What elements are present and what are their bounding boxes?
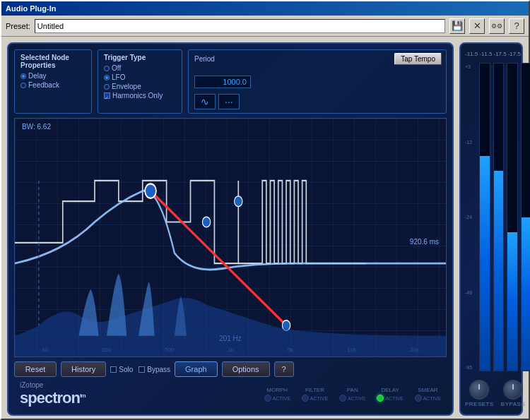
vu-fill-1 [480,156,490,371]
graph-area: BW: 6.62 201 Hz 920.6 ms 40 100 500 1k 5… [14,118,447,357]
preset-label: Preset: [6,22,30,30]
bypass-check-item[interactable]: Bypass [139,366,170,373]
solo-label: Solo [119,366,133,373]
smear-led-icon [415,395,422,402]
pan-active-label: ACTIVE [348,396,365,401]
reset-button[interactable]: Reset [14,361,57,377]
delay-fx-label: DELAY [381,387,399,393]
vu-label-1: -11.5 [465,51,478,57]
node-radio-group: Delay Feedback [20,72,86,89]
filter-label: FILTER [305,387,324,393]
main-content: Selected NodeProperties Delay Feedback [1,37,529,420]
delay-control: DELAY ACTIVE [377,387,403,402]
bypass-knob-group: BYPASS [501,380,525,407]
svg-point-1 [145,184,156,198]
toolbar: Preset: 💾 ✕ ⚙⚙ ? [1,16,529,37]
presets-knob-group: PRESETS [465,380,494,407]
delay-active-label: ACTIVE [385,396,403,401]
scale-top: +3 [465,64,478,69]
svg-point-3 [235,196,242,207]
help-plugin-button[interactable]: ? [274,361,294,377]
delay-led-icon [377,395,384,402]
trigger-radio-group: Off LFO Envelope Harmonics Only [104,64,176,100]
window-title: Audio Plug-In [6,4,56,13]
bypass-label: Bypass [147,366,170,373]
settings-button[interactable]: ⚙⚙ [489,18,505,34]
vu-meter-2 [493,63,505,371]
feedback-label: Feedback [28,81,59,89]
presets-knob[interactable] [469,380,489,400]
harmonics-check-item[interactable]: Harmonics Only [104,92,176,100]
vu-fill-2 [494,171,504,371]
harmonics-label: Harmonics Only [112,92,163,100]
morph-active-label: ACTIVE [273,396,290,401]
delay-radio[interactable]: Delay [20,72,86,80]
bypass-checkbox[interactable] [139,366,145,373]
pan-control: PAN ACTIVE [339,387,365,402]
period-panel: Tap Tempo Period 1000.0 ∿ ··· [188,49,447,114]
presets-knob-label: PRESETS [465,401,494,407]
envelope-radio-circle [104,84,110,90]
off-radio[interactable]: Off [104,64,176,72]
graph-button[interactable]: Graph [175,361,218,377]
harmonics-checkbox[interactable] [104,92,110,99]
node-properties-title: Selected NodeProperties [20,54,86,69]
lfo-label: LFO [112,73,125,81]
morph-led-icon [264,395,271,402]
knobs-area: PRESETS BYPASS [465,380,517,407]
morph-label: MORPH [266,387,288,393]
delay-radio-circle [20,73,26,79]
vu-meter-1 [479,63,490,371]
company-logo: iZotope [20,381,86,389]
vu-labels: -11.5 -11.5 -17.5 -17.5 [465,51,517,57]
trigger-type-title: Trigger Type [104,54,176,61]
envelope-radio[interactable]: Envelope [104,83,176,90]
vu-label-3: -17.5 [493,51,506,57]
solo-checkbox[interactable] [110,366,117,373]
scale-bottom: -95 [465,365,478,370]
delay-label: Delay [28,72,47,80]
title-bar: Audio Plug-In [1,1,529,16]
lfo-radio[interactable]: LFO [104,73,176,81]
feedback-radio[interactable]: Feedback [20,81,86,89]
vu-meters-group [479,63,530,371]
vu-label-2: -11.5 [479,51,492,57]
smear-control: SMEAR ACTIVE [415,387,441,402]
history-button[interactable]: History [61,361,106,377]
vu-label-4: -17.5 [508,51,521,57]
solo-check-item[interactable]: Solo [110,366,133,373]
pan-label: PAN [347,387,358,393]
period-value: 1000.0 [194,76,251,88]
options-button[interactable]: Options [222,361,270,377]
save-button[interactable]: 💾 [449,18,465,34]
trigger-type-panel: Trigger Type Off LFO Envelope [98,49,182,114]
vu-fill-3 [507,232,517,371]
help-button[interactable]: ? [509,18,524,34]
window: Audio Plug-In Preset: 💾 ✕ ⚙⚙ ? Selected … [0,0,530,420]
vu-meter-3 [507,63,518,371]
off-label: Off [112,64,121,72]
tap-tempo-button[interactable]: Tap Tempo [394,53,442,65]
pan-led-icon [339,395,346,402]
trademark: tm [80,392,86,399]
smear-label: SMEAR [418,387,437,393]
plugin-panel: Selected NodeProperties Delay Feedback [7,42,454,416]
lfo-more-button[interactable]: ··· [218,94,240,109]
top-controls: Selected NodeProperties Delay Feedback [14,49,447,114]
scale-3: -48 [465,290,478,295]
scale-2: -24 [465,215,478,220]
preset-input[interactable] [35,19,445,33]
bypass-knob[interactable] [503,380,523,400]
fx-controls: MORPH ACTIVE FILTER ACTIVE [264,387,441,402]
vu-meter-4 [521,63,531,371]
filter-control: FILTER ACTIVE [302,387,328,402]
vu-panel: -11.5 -11.5 -17.5 -17.5 +3 -12 -24 -48 -… [459,42,523,416]
vu-meter-area: +3 -12 -24 -48 -95 [465,63,517,371]
check-group: Solo Bypass [110,366,170,373]
feedback-radio-circle [20,83,26,88]
filter-active-label: ACTIVE [310,396,328,401]
envelope-label: Envelope [112,83,141,90]
close-button[interactable]: ✕ [469,18,485,34]
scale-1: -12 [465,140,478,145]
lfo-shape-button[interactable]: ∿ [194,94,216,109]
